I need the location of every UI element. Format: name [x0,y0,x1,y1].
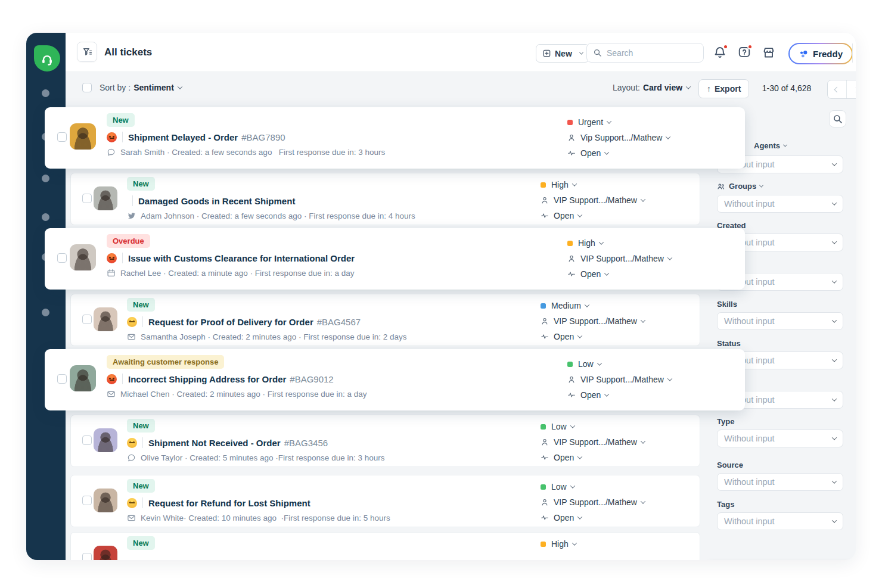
status-select[interactable]: Open [541,450,645,465]
ticket-checkbox[interactable] [82,553,92,560]
ticket-card[interactable]: New Damaged Goods in Recent Shipment Ada… [70,173,700,225]
result-count: 1-30 of 4,628 [754,83,819,93]
channel-icon [127,514,136,522]
ticket-card[interactable]: New Shipment Not Received - Order #BAG34… [70,415,700,467]
ticket-checkbox[interactable] [57,132,67,142]
priority-label: High [578,238,595,248]
priority-select[interactable]: High [541,536,576,552]
ticket-title[interactable]: Shipment Delayed - Order [128,132,238,142]
status-select[interactable]: Open [541,208,645,223]
ticket-title[interactable]: Shipment Not Received - Order [148,438,281,448]
ticket-filter-button[interactable] [77,42,97,62]
chevron-down-icon [667,376,672,381]
filter-label-skills[interactable]: Skills [717,300,737,309]
status-select[interactable]: Open [567,266,672,282]
filter-dropdown-type[interactable]: Without input [717,430,843,447]
group-label: VIP Support.../Mathew [580,375,664,384]
layout-dropdown[interactable]: Layout: Card view [613,83,690,92]
chevron-down-icon [572,540,577,545]
priority-select[interactable]: Low [541,419,645,434]
priority-select[interactable]: Low [541,479,645,494]
ticket-card[interactable]: New High [70,532,700,560]
group-select[interactable]: VIP Support.../Mathew [541,192,645,208]
filter-dropdown-skills[interactable]: Without input [717,312,843,330]
ticket-checkbox[interactable] [57,374,67,384]
ticket-checkbox[interactable] [57,253,67,263]
ticket-card[interactable]: New Request for Proof of Delivery for Or… [70,294,700,346]
ticket-title[interactable]: Request for Refund for Lost Shipment [148,498,310,508]
sentiment-angry-emoji [107,132,117,142]
status-select[interactable]: Open [567,387,672,403]
priority-select[interactable]: Medium [541,298,645,313]
nav-item-icon[interactable] [42,309,49,316]
search-input[interactable]: Search [586,43,704,63]
status-select[interactable]: Open [541,329,645,344]
ticket-checkbox[interactable] [82,435,92,445]
marketplace-button[interactable] [762,46,775,59]
group-select[interactable]: VIP Support.../Mathew [541,313,645,329]
ticket-checkbox[interactable] [82,194,92,203]
pulse-icon [541,453,549,462]
priority-select[interactable]: Low [567,356,672,372]
ticket-card[interactable]: New Shipment Delayed - Order #BAG7890 Sa… [45,107,745,169]
filter-dropdown-source[interactable]: Without input [717,473,843,491]
priority-dot [567,241,573,246]
chevron-down-icon [641,499,645,503]
nav-item-icon[interactable] [42,175,49,182]
priority-select[interactable]: High [567,235,672,251]
chevron-down-icon [759,183,763,188]
ticket-meta: Samantha Joseph · Created: 2 minutes ago… [141,332,407,341]
ticket-title[interactable]: Incorrect Shipping Address for Order [128,374,286,384]
nav-item-icon[interactable] [42,213,49,221]
ticket-badge: New [127,177,155,191]
priority-dot [567,362,573,367]
filter-label-type[interactable]: Type [717,417,734,426]
notifications-button[interactable] [713,46,726,59]
requester-avatar [70,123,96,150]
ticket-checkbox[interactable] [82,496,92,505]
group-select[interactable]: VIP Support.../Mathew [567,251,672,266]
group-select[interactable]: VIP Support.../Mathew [541,494,645,510]
requester-avatar [94,186,117,210]
priority-label: High [551,539,569,549]
ticket-title[interactable]: Issue with Customs Clearance for Interna… [128,253,355,263]
filter-label-source[interactable]: Source [717,461,743,469]
priority-select[interactable]: Urgent [567,114,670,130]
ticket-card[interactable]: Overdue Issue with Customs Clearance for… [45,228,745,290]
freddy-label: Freddy [813,49,843,59]
sort-by-dropdown[interactable]: Sort by : Sentiment [100,83,182,92]
next-page-button[interactable] [846,80,856,98]
requester-avatar [94,489,117,512]
filter-dropdown-tags[interactable]: Without input [717,512,843,530]
ticket-badge: New [127,298,155,312]
ticket-title[interactable]: Request for Proof of Delivery for Order [148,317,313,327]
group-select[interactable]: VIP Support.../Mathew [567,372,672,387]
group-select[interactable]: VIP Support.../Mathew [541,434,645,450]
pulse-icon [567,149,576,157]
ticket-card[interactable]: New Request for Refund for Lost Shipment… [70,475,700,527]
ticket-card[interactable]: Awaiting customer response Incorrect Shi… [45,349,745,410]
freshdesk-logo[interactable] [34,45,60,71]
filter-dropdown-groups[interactable]: Without input [717,195,843,213]
select-all-checkbox[interactable] [82,83,92,92]
group-select[interactable]: Vip Support.../Mathew [567,130,670,145]
group-label: VIP Support.../Mathew [580,254,664,263]
people-icon [717,182,725,191]
ticket-title[interactable]: Damaged Goods in Recent Shipment [138,196,295,206]
status-label: Open [580,390,601,400]
priority-select[interactable]: High [541,177,645,192]
filter-label-status[interactable]: Status [717,339,741,348]
status-select[interactable]: Open [567,145,670,161]
ticket-checkbox[interactable] [82,315,92,324]
prev-page-button[interactable] [828,80,846,98]
filter-label-tags[interactable]: Tags [717,500,734,509]
pulse-icon [541,332,549,341]
filter-label-groups[interactable]: Groups [717,182,763,191]
nav-item-icon[interactable] [42,89,49,97]
help-button[interactable] [738,46,751,59]
status-select[interactable]: Open [541,510,645,525]
filter-search-button[interactable] [829,110,846,127]
freddy-button[interactable]: Freddy [788,43,853,64]
new-ticket-button[interactable]: New [536,44,589,63]
export-button[interactable]: ↑ Export [698,79,749,98]
